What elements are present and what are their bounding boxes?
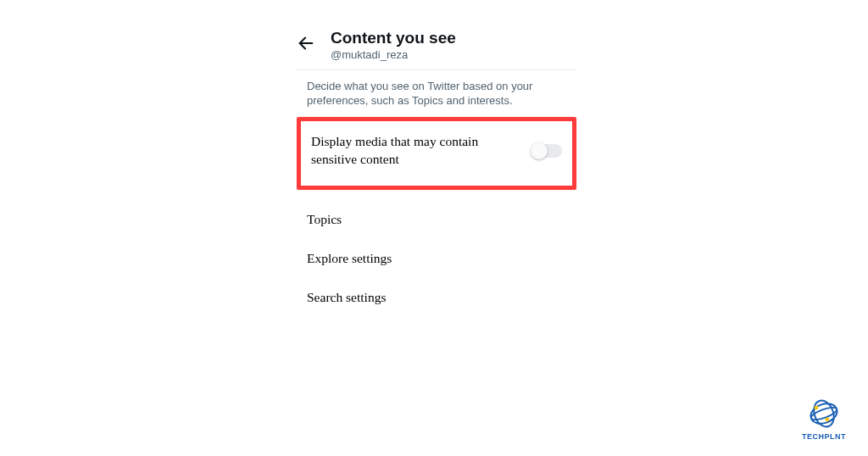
page-description: Decide what you see on Twitter based on … xyxy=(297,70,576,117)
header-text: Content you see @muktadi_reza xyxy=(331,29,456,61)
sensitive-content-label: Display media that may contain sensitive… xyxy=(311,133,523,169)
svg-point-2 xyxy=(808,400,840,427)
page-title: Content you see xyxy=(331,29,456,47)
sensitive-content-row[interactable]: Display media that may contain sensitive… xyxy=(297,117,576,190)
username: @muktadi_reza xyxy=(331,48,456,61)
nav-item-search-settings[interactable]: Search settings xyxy=(297,278,576,317)
settings-panel: Content you see @muktadi_reza Decide wha… xyxy=(297,25,576,317)
sensitive-content-toggle[interactable] xyxy=(531,144,562,158)
back-arrow-icon[interactable] xyxy=(297,34,315,56)
branding-name: TECHPLNT xyxy=(802,432,846,441)
page-header: Content you see @muktadi_reza xyxy=(297,25,576,70)
globe-icon xyxy=(807,397,841,431)
nav-item-explore-settings[interactable]: Explore settings xyxy=(297,239,576,278)
svg-point-4 xyxy=(815,406,819,410)
branding-logo: TECHPLNT xyxy=(802,397,846,441)
nav-item-topics[interactable]: Topics xyxy=(297,200,576,239)
svg-point-5 xyxy=(826,418,830,422)
toggle-knob xyxy=(531,142,548,159)
